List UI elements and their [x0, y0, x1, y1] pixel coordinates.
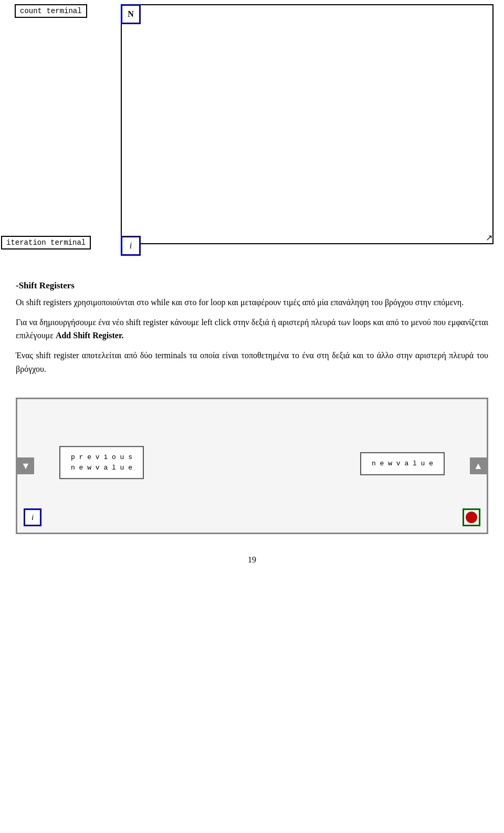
- bottom-right-arrow: ↗: [486, 233, 492, 243]
- i-terminal: i: [121, 236, 141, 256]
- prev-value-line2: n e w v a l u e: [71, 463, 132, 473]
- count-terminal-label: count terminal: [20, 7, 82, 15]
- sr-i-label: i: [32, 513, 34, 522]
- diagram-area: count terminal N iteration terminal i ↗: [0, 0, 504, 268]
- shift-register-diagram: ▼ ▲ p r e v i o u s n e w v a l u e n e …: [16, 398, 488, 534]
- prev-value-line1: p r e v i o u s: [71, 452, 132, 463]
- left-arrow-terminal: ▼: [17, 457, 34, 474]
- sr-red-terminal: [463, 508, 480, 526]
- sr-i-terminal: i: [24, 508, 41, 526]
- page-number: 19: [0, 545, 504, 570]
- n-terminal-label: N: [128, 9, 134, 19]
- paragraph-2-bold: Add Shift Register.: [56, 331, 124, 340]
- right-arrow-terminal: ▲: [470, 457, 487, 474]
- right-arrow-icon: ▲: [474, 461, 483, 472]
- paragraph-2: Για να δημιουργήσουμε ένα νέο shift regi…: [16, 316, 488, 342]
- n-terminal: N: [121, 4, 141, 24]
- text-area: -Shift Registers Οι shift registers χρησ…: [0, 268, 504, 387]
- section-title: -Shift Registers: [16, 278, 488, 293]
- new-value-box: n e w v a l u e: [360, 452, 445, 475]
- i-terminal-label: i: [130, 241, 132, 251]
- count-terminal-box: count terminal: [15, 4, 87, 18]
- iteration-terminal-label: iteration terminal: [6, 238, 86, 247]
- paragraph-3: Ένας shift register αποτελείται από δύο …: [16, 349, 488, 376]
- iteration-terminal-box: iteration terminal: [1, 236, 91, 249]
- left-arrow-icon: ▼: [21, 461, 30, 472]
- paragraph-1: Οι shift registers χρησιμοποιούνται στο …: [16, 296, 488, 309]
- outer-rect: [121, 4, 494, 244]
- new-value-label: n e w v a l u e: [372, 459, 433, 469]
- page-number-value: 19: [248, 555, 256, 564]
- prev-value-box: p r e v i o u s n e w v a l u e: [59, 446, 144, 479]
- red-circle-icon: [466, 512, 477, 523]
